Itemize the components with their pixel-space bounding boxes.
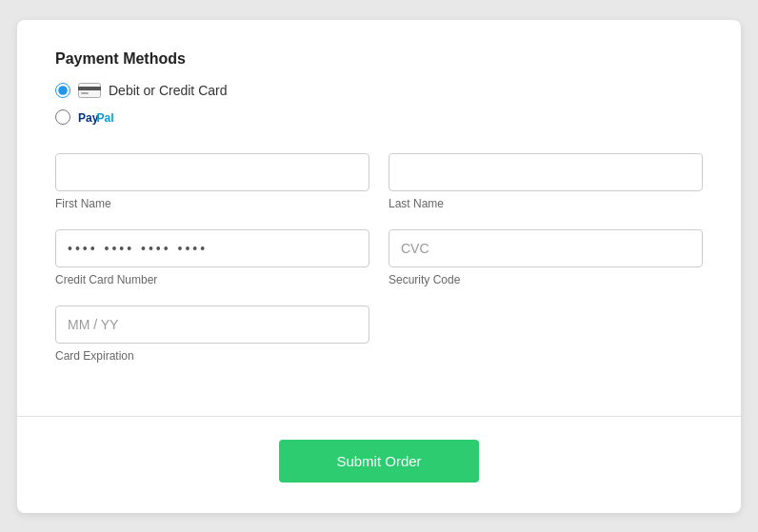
card-expiration-group: Card Expiration bbox=[55, 305, 369, 363]
payment-options: Debit or Credit Card Pay Pal bbox=[55, 83, 703, 127]
credit-card-group: Credit Card Number bbox=[55, 229, 369, 286]
last-name-input[interactable] bbox=[389, 153, 703, 191]
first-name-input[interactable] bbox=[55, 153, 369, 191]
svg-text:Pay: Pay bbox=[78, 110, 99, 124]
empty-group bbox=[389, 305, 703, 363]
debit-credit-label: Debit or Credit Card bbox=[109, 83, 228, 98]
svg-rect-1 bbox=[78, 87, 101, 90]
section-title: Payment Methods bbox=[55, 50, 703, 68]
submit-order-button[interactable]: Submit Order bbox=[279, 440, 478, 483]
security-code-label: Security Code bbox=[389, 273, 703, 286]
credit-card-input[interactable] bbox=[55, 229, 369, 267]
last-name-group: Last Name bbox=[389, 153, 703, 210]
debit-credit-option[interactable]: Debit or Credit Card bbox=[55, 83, 703, 98]
security-code-group: Security Code bbox=[389, 229, 703, 286]
paypal-option[interactable]: Pay Pal bbox=[55, 108, 703, 127]
last-name-label: Last Name bbox=[389, 197, 703, 210]
card-details-row: Credit Card Number Security Code bbox=[55, 229, 703, 286]
first-name-label: First Name bbox=[55, 197, 369, 210]
submit-row: Submit Order bbox=[17, 440, 741, 513]
payment-card: Payment Methods Debit or Credit Card bbox=[17, 20, 741, 513]
expiration-row: Card Expiration bbox=[55, 305, 703, 363]
card-body: Payment Methods Debit or Credit Card bbox=[17, 20, 741, 408]
card-icon bbox=[78, 83, 101, 98]
svg-rect-2 bbox=[81, 92, 89, 94]
card-expiration-label: Card Expiration bbox=[55, 349, 369, 363]
name-row: First Name Last Name bbox=[55, 153, 703, 210]
paypal-radio[interactable] bbox=[55, 109, 70, 125]
first-name-group: First Name bbox=[55, 153, 369, 210]
divider bbox=[17, 416, 741, 417]
debit-credit-radio[interactable] bbox=[55, 83, 70, 98]
card-expiration-input[interactable] bbox=[55, 305, 369, 344]
credit-card-label: Credit Card Number bbox=[55, 273, 369, 286]
security-code-input[interactable] bbox=[389, 229, 703, 267]
paypal-icon: Pay Pal bbox=[78, 108, 135, 127]
svg-text:Pal: Pal bbox=[97, 110, 114, 124]
